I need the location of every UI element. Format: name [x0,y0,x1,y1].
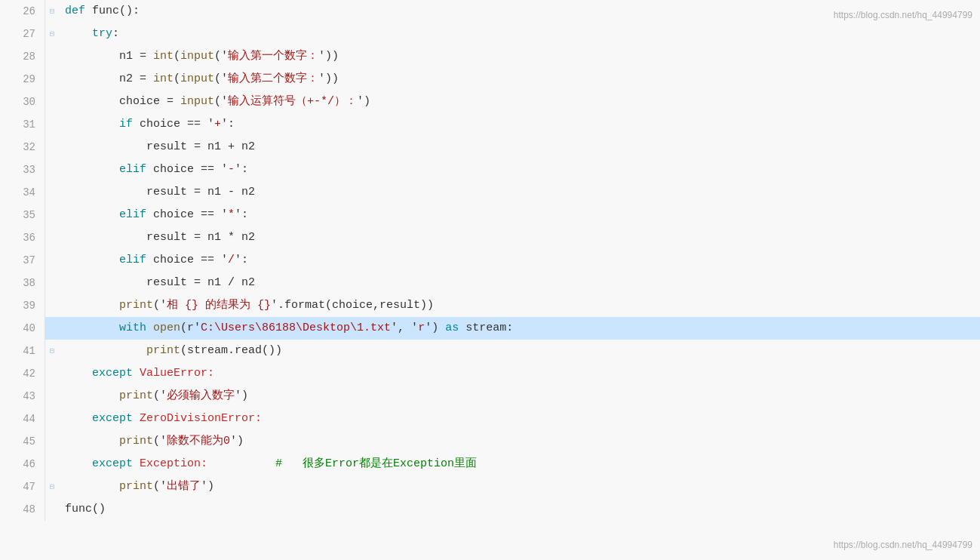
code-token: input [180,72,214,85]
fold-icon[interactable]: ⊟ [50,23,55,45]
code-token: (' [153,435,167,448]
code-token: C:\Users\86188\Desktop\1.txt [201,322,391,334]
code-token: 输入第二个数字： [228,72,318,85]
code-content: try: [59,23,980,45]
code-token: (' [214,95,228,108]
table-row: 29 n2 = int(input('输入第二个数字：')) [0,68,980,91]
table-row: 34 result = n1 - n2 [0,181,980,204]
fold-gutter[interactable]: ⊟ [45,475,59,498]
line-number: 33 [0,158,45,181]
code-token: = [140,72,153,85]
code-token: func [92,5,119,17]
code-token: input [180,50,214,63]
code-token: / [228,254,235,266]
code-token: (' [153,480,167,493]
code-token: except [92,457,140,470]
code-token: (' [153,299,167,312]
fold-icon[interactable]: ⊟ [50,0,55,23]
table-row: 46 except Exception: # 很多Error都是在Excepti… [0,453,980,475]
code-token: 相 {} 的结果为 {} [167,299,271,312]
table-row: 37 elif choice == '/': [0,249,980,272]
code-token: if [119,118,140,131]
line-number: 39 [0,294,45,317]
line-number: 27 [0,23,45,45]
code-token: ')) [318,72,339,85]
fold-icon[interactable]: ⊟ [50,475,55,498]
fold-gutter[interactable]: ⊟ [45,0,59,23]
table-row: 28 n1 = int(input('输入第一个数字：')) [0,45,980,68]
code-token: print [119,389,153,402]
table-row: 31 if choice == '+': [0,113,980,136]
table-row: 42 except ValueError: [0,362,980,385]
code-token: print [146,344,180,357]
code-token: + [214,118,221,131]
code-token: try [92,27,112,40]
table-row: 35 elif choice == '*': [0,204,980,226]
code-content: n2 = int(input('输入第二个数字：')) [59,68,980,91]
code-token: result [65,140,194,153]
code-content: print('除数不能为0') [59,430,980,453]
code-token: (r' [180,322,201,334]
line-number: 37 [0,249,45,272]
line-number: 32 [0,136,45,158]
code-token: ': [235,163,248,176]
fold-gutter[interactable]: ⊟ [45,23,59,45]
code-content: result = n1 * n2 [59,226,980,249]
line-number: 28 [0,45,45,68]
code-content: elif choice == '*': [59,204,980,226]
code-token: ') [230,435,244,448]
table-row: 47⊟ print('出错了') [0,475,980,498]
code-token: = [140,50,153,63]
code-token: open [153,322,180,334]
line-number: 29 [0,68,45,91]
code-token: ': [235,208,248,221]
code-content: except ValueError: [59,362,980,385]
line-number: 48 [0,498,45,521]
fold-icon[interactable]: ⊟ [50,340,55,362]
code-token: (' [214,72,228,85]
code-token: except [92,367,140,380]
code-token: result [65,276,194,289]
code-token: ', ' [391,322,418,334]
code-content: with open(r'C:\Users\86188\Desktop\1.txt… [59,317,980,340]
code-editor: https://blog.csdn.net/hq_44994799 26⊟def… [0,0,980,560]
table-row: 33 elif choice == '-': [0,158,980,181]
code-content: except Exception: # 很多Error都是在Exception里… [59,453,980,475]
code-token: ') [201,480,214,493]
code-token: elif [119,208,153,221]
table-row: 44 except ZeroDivisionError: [0,408,980,430]
code-content: except ZeroDivisionError: [59,408,980,430]
code-token: def [65,5,92,17]
code-token: input [180,95,214,108]
code-token: result [65,186,194,198]
code-token: with [119,322,153,334]
code-token: Exception: [140,457,207,470]
code-content: n1 = int(input('输入第一个数字：')) [59,45,980,68]
table-row: 40 with open(r'C:\Users\86188\Desktop\1.… [0,317,980,340]
code-token: result [65,231,194,244]
code-token: ( [174,72,180,85]
table-row: 36 result = n1 * n2 [0,226,980,249]
line-number: 38 [0,272,45,294]
code-token: 输入第一个数字： [228,50,318,63]
table-row: 26⊟def func(): [0,0,980,23]
code-token: int [153,72,174,85]
code-content: elif choice == '/': [59,249,980,272]
line-number: 26 [0,0,45,23]
code-content: print(stream.read()) [59,340,980,362]
code-token: int [153,50,174,63]
line-number: 41 [0,340,45,362]
code-token: = n1 / n2 [194,276,255,289]
line-number: 35 [0,204,45,226]
line-number: 36 [0,226,45,249]
code-token: = n1 + n2 [194,140,255,153]
code-content: elif choice == '-': [59,158,980,181]
line-number: 40 [0,317,45,340]
table-row: 38 result = n1 / n2 [0,272,980,294]
code-token: == ' [201,208,228,221]
code-token: * [228,208,235,221]
code-token: 很多Error都是在Exception里面 [289,457,477,470]
fold-gutter[interactable]: ⊟ [45,340,59,362]
code-content: def func(): [59,0,980,23]
code-token: stream: [465,322,513,334]
